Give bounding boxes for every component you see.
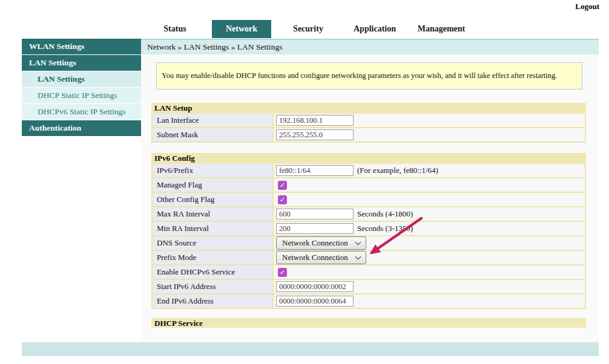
section-title: LAN Setup <box>151 103 586 114</box>
other-config-flag-checkbox[interactable]: ✓ <box>278 195 287 204</box>
notice-box: You may enable/disable DHCP functions an… <box>156 62 582 89</box>
sidebar-item-dhcpv6-static-ip-settings-sub[interactable]: DHCPv6 Static IP Settings <box>22 104 141 120</box>
field-value-cell: (For example, fe80::1/64) <box>274 164 585 177</box>
prefix-mode-select[interactable]: Network Connection <box>276 251 366 264</box>
section-title: IPv6 Config <box>151 153 586 164</box>
tab-network[interactable]: Network <box>212 20 271 38</box>
sidebar-item-lan-settings[interactable]: LAN Settings <box>22 55 141 71</box>
form-row-ipv6-prefix: IPv6/Prefix(For example, fe80::1/64) <box>151 164 586 178</box>
tab-security[interactable]: Security <box>278 20 338 38</box>
router-admin-page: Logout StatusNetworkSecurityApplicationM… <box>0 0 609 364</box>
field-value-cell: Seconds (4-1800) <box>274 207 585 221</box>
sidebar-item-lan-settings-sub[interactable]: LAN Settings <box>22 71 141 87</box>
chevron-down-icon <box>355 239 361 245</box>
field-value-cell <box>274 280 585 293</box>
field-label: Other Config Flag <box>153 193 274 206</box>
notice-text: You may enable/disable DHCP functions an… <box>162 71 557 80</box>
logout-link[interactable]: Logout <box>575 2 599 11</box>
min-ra-interval-input[interactable] <box>276 223 354 234</box>
sidebar-item-dhcp-static-ip-settings-sub[interactable]: DHCP Static IP Settings <box>22 88 141 103</box>
tab-application[interactable]: Application <box>345 20 404 38</box>
select-value: Network Connection <box>282 238 348 248</box>
tab-status[interactable]: Status <box>145 20 205 38</box>
chevron-down-icon <box>355 254 361 260</box>
field-value-cell <box>274 114 585 127</box>
checkmark-icon: ✓ <box>280 182 285 189</box>
form-row-managed-flag: Managed Flag✓ <box>151 178 586 193</box>
field-label: End IPv6 Address <box>153 294 274 308</box>
footer-band <box>22 342 599 356</box>
form-row-dns-source: DNS SourceNetwork Connection <box>151 236 586 251</box>
field-label: Lan Interface <box>153 114 274 127</box>
field-label: Start IPv6 Address <box>153 280 274 293</box>
section-lan-setup: LAN SetupLan InterfaceSubnet Mask <box>151 103 586 143</box>
form-row-lan-interface: Lan Interface <box>151 114 586 128</box>
checkmark-icon: ✓ <box>280 197 285 203</box>
managed-flag-checkbox[interactable]: ✓ <box>278 181 287 190</box>
field-value-cell: ✓ <box>274 265 585 279</box>
form-row-min-ra-interval: Min RA IntervalSeconds (3-1350) <box>151 222 586 236</box>
section-title: DHCP Service <box>151 318 586 328</box>
field-hint: Seconds (3-1350) <box>357 224 413 233</box>
form-row-prefix-mode: Prefix ModeNetwork Connection <box>151 251 586 265</box>
field-label: Min RA Interval <box>153 222 274 235</box>
sidebar-item-wlan-settings[interactable]: WLAN Settings <box>22 39 141 54</box>
ipv6-prefix-input[interactable] <box>276 165 354 176</box>
sections: LAN SetupLan InterfaceSubnet MaskIPv6 Co… <box>151 103 586 338</box>
dns-source-select[interactable]: Network Connection <box>276 236 366 250</box>
field-hint: (For example, fe80::1/64) <box>357 166 438 175</box>
lan-interface-input[interactable] <box>276 115 354 126</box>
section-ipv6-config: IPv6 ConfigIPv6/Prefix(For example, fe80… <box>151 153 586 309</box>
field-label: DNS Source <box>153 236 274 250</box>
field-label: Max RA Interval <box>153 207 274 221</box>
field-label: Subnet Mask <box>153 128 274 141</box>
sidebar-item-authentication[interactable]: Authentication <box>22 120 141 136</box>
field-label: IPv6/Prefix <box>153 164 274 177</box>
form-row-max-ra-interval: Max RA IntervalSeconds (4-1800) <box>151 207 586 222</box>
field-label: Enable DHCPv6 Service <box>153 265 274 279</box>
breadcrumb: Network » LAN Settings » LAN Settings <box>141 39 599 54</box>
field-value-cell: ✓ <box>274 178 585 192</box>
form-row-other-config-flag: Other Config Flag✓ <box>151 193 586 207</box>
subnet-mask-input[interactable] <box>276 129 354 140</box>
form-row-start-ipv6-address: Start IPv6 Address <box>151 280 586 294</box>
field-hint: Seconds (4-1800) <box>357 209 413 219</box>
form-row-subnet-mask: Subnet Mask <box>151 128 586 143</box>
tab-management[interactable]: Management <box>412 20 471 38</box>
field-label: Managed Flag <box>153 178 274 192</box>
field-value-cell <box>274 128 585 141</box>
end-ipv6-address-input[interactable] <box>276 296 354 307</box>
checkmark-icon: ✓ <box>280 269 285 276</box>
sidebar: WLAN SettingsLAN SettingsLAN SettingsDHC… <box>22 39 141 137</box>
max-ra-interval-input[interactable] <box>276 209 354 219</box>
tab-bar: StatusNetworkSecurityApplicationManageme… <box>145 20 471 38</box>
field-value-cell: Network Connection <box>274 251 585 264</box>
form-row-end-ipv6-address: End IPv6 Address <box>151 294 586 309</box>
field-value-cell: Network Connection <box>274 236 585 250</box>
select-value: Network Connection <box>282 253 348 262</box>
enable-dhcpv6-service-checkbox[interactable]: ✓ <box>278 268 287 277</box>
field-value-cell <box>274 294 585 308</box>
field-value-cell: Seconds (3-1350) <box>274 222 585 235</box>
section-dhcp-service: DHCP Service <box>151 318 586 328</box>
start-ipv6-address-input[interactable] <box>276 281 354 292</box>
field-label: Prefix Mode <box>153 251 274 264</box>
field-value-cell: ✓ <box>274 193 585 206</box>
form-row-enable-dhcpv6-service: Enable DHCPv6 Service✓ <box>151 265 586 280</box>
